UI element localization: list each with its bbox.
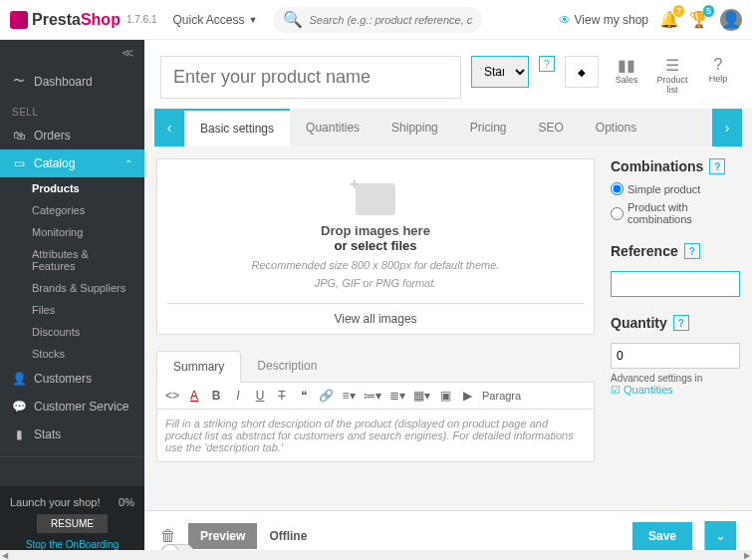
global-search[interactable]: 🔍 (273, 7, 482, 33)
link-icon[interactable]: 🔗 (319, 389, 334, 403)
divider (0, 456, 144, 457)
tab-basic-settings[interactable]: Basic settings (184, 109, 290, 146)
sidebar-sub-monitoring[interactable]: Monitoring (0, 221, 144, 243)
help-icon: ? (700, 56, 736, 74)
orders-label: Orders (34, 129, 71, 142)
advanced-quantities-link[interactable]: ☑ Quantities (611, 384, 740, 397)
sidebar-item-catalog[interactable]: ▭Catalog⌃ (0, 149, 144, 177)
tab-shipping[interactable]: Shipping (376, 109, 454, 146)
sidebar-item-stats[interactable]: ▮Stats (0, 420, 144, 448)
tab-quantities[interactable]: Quantities (290, 109, 376, 146)
tabs-next-arrow[interactable]: › (712, 109, 742, 146)
quantity-heading: Quantity? (611, 315, 740, 331)
paragraph-select[interactable]: Paragra (482, 390, 521, 402)
customers-label: Customers (34, 372, 92, 386)
type-help-icon[interactable]: ? (539, 56, 555, 72)
stop-onboarding-link[interactable]: Stop the OnBoarding (10, 539, 134, 550)
delete-button[interactable]: 🗑 (160, 527, 176, 545)
preview-button[interactable]: Preview (188, 523, 257, 549)
launch-pct: 0% (119, 496, 134, 508)
trophy-button[interactable]: 🏆 5 (690, 11, 708, 29)
align-icon[interactable]: ≡▾ (342, 389, 356, 403)
search-icon: 🔍 (283, 10, 303, 29)
source-icon[interactable]: <> (165, 389, 179, 403)
product-name-input[interactable] (160, 56, 461, 99)
quantity-input[interactable] (611, 343, 740, 369)
resume-button[interactable]: RESUME (37, 514, 108, 533)
number-list-icon[interactable]: ≣▾ (389, 389, 405, 403)
bullet-list-icon[interactable]: ≔▾ (364, 389, 381, 403)
tab-pricing[interactable]: Pricing (454, 109, 523, 146)
combinations-help-icon[interactable]: ? (709, 158, 725, 174)
sidebar-sub-stocks[interactable]: Stocks (0, 343, 144, 365)
drop-label: Drop images here (167, 223, 584, 238)
tabs-prev-arrow[interactable]: ‹ (154, 109, 184, 146)
product-type-select[interactable]: Standard (471, 56, 529, 88)
status-offline-label: Offline (269, 529, 307, 543)
sales-tool[interactable]: ▮▮Sales (609, 56, 644, 85)
desc-tab-description[interactable]: Description (241, 351, 333, 382)
quote-icon[interactable]: ❝ (297, 389, 311, 403)
sidebar-item-customer-service[interactable]: 💬Customer Service (0, 393, 144, 420)
color-icon[interactable]: A (187, 389, 201, 403)
collapse-sidebar-icon[interactable]: ≪ (122, 46, 134, 60)
sidebar-sub-categories[interactable]: Categories (0, 199, 144, 221)
product-list-tool[interactable]: ☰Product list (654, 56, 690, 95)
hint-size: Recommended size 800 x 800px for default… (167, 259, 584, 271)
tab-seo[interactable]: SEO (522, 109, 579, 146)
reference-input[interactable] (611, 271, 740, 297)
sidebar-sub-brands[interactable]: Brands & Suppliers (0, 277, 144, 299)
language-select[interactable]: ◆ (565, 56, 599, 88)
summary-editor[interactable]: Fill in a striking short description of … (156, 410, 595, 462)
sidebar-sub-discounts[interactable]: Discounts (0, 321, 144, 343)
italic-icon[interactable]: I (231, 389, 245, 403)
chevron-up-icon: ⌃ (125, 158, 132, 169)
reference-help-icon[interactable]: ? (684, 243, 700, 259)
trending-icon: 〜 (12, 73, 26, 90)
chart-icon: ▮ (12, 427, 26, 441)
video-icon[interactable]: ▶ (460, 389, 474, 403)
view-all-images-link[interactable]: View all images (167, 303, 584, 334)
search-input[interactable] (309, 14, 472, 26)
book-icon: ▭ (12, 156, 26, 170)
eye-icon: 👁 (559, 13, 571, 27)
desc-tab-summary[interactable]: Summary (156, 351, 241, 383)
bars-icon: ▮▮ (609, 56, 644, 75)
save-button[interactable]: Save (632, 522, 692, 550)
sidebar-sub-files[interactable]: Files (0, 299, 144, 321)
sidebar-item-dashboard[interactable]: 〜Dashboard (0, 66, 144, 97)
sidebar-sub-products[interactable]: Products (0, 177, 144, 199)
cs-label: Customer Service (34, 400, 128, 414)
quick-access-menu[interactable]: Quick Access ▼ (173, 13, 258, 27)
sidebar: ≪ 〜Dashboard SELL 🛍Orders ▭Catalog⌃ Prod… (0, 40, 144, 560)
quantity-help-icon[interactable]: ? (673, 315, 689, 331)
underline-icon[interactable]: U (253, 389, 267, 403)
bold-icon[interactable]: B (209, 389, 223, 403)
headset-icon: 💬 (12, 400, 26, 414)
table-icon[interactable]: ▦▾ (413, 389, 430, 403)
catalog-label: Catalog (34, 156, 75, 170)
sidebar-sub-attributes[interactable]: Attributes & Features (0, 243, 144, 277)
list-icon: ☰ (654, 56, 690, 75)
notifications-button[interactable]: 🔔 7 (660, 11, 678, 29)
radio-product-combinations[interactable]: Product with combinations (611, 201, 740, 225)
radio-simple-product[interactable]: Simple product (611, 182, 740, 195)
image-dropzone[interactable]: Drop images here or select files Recomme… (156, 158, 595, 335)
dashboard-label: Dashboard (34, 75, 93, 89)
logo[interactable]: PrestaShop (10, 11, 121, 29)
user-avatar[interactable]: 👤 (720, 9, 742, 31)
sidebar-item-customers[interactable]: 👤Customers (0, 365, 144, 393)
advanced-settings-label: Advanced settings in (611, 373, 740, 384)
tab-options[interactable]: Options (580, 109, 652, 146)
horizontal-scrollbar[interactable]: ◀▶ (0, 550, 752, 560)
image-icon[interactable]: ▣ (438, 389, 452, 403)
help-tool[interactable]: ?Help (700, 56, 736, 84)
view-shop-link[interactable]: 👁 View my shop (559, 13, 648, 27)
stats-label: Stats (34, 427, 61, 441)
strike-icon[interactable]: T (275, 389, 289, 403)
camera-icon (356, 183, 395, 215)
logo-text-presta: Presta (32, 11, 81, 29)
version-label: 1.7.6.1 (126, 14, 157, 25)
save-dropdown-button[interactable]: ⌄ (704, 521, 736, 550)
sidebar-item-orders[interactable]: 🛍Orders (0, 122, 144, 149)
